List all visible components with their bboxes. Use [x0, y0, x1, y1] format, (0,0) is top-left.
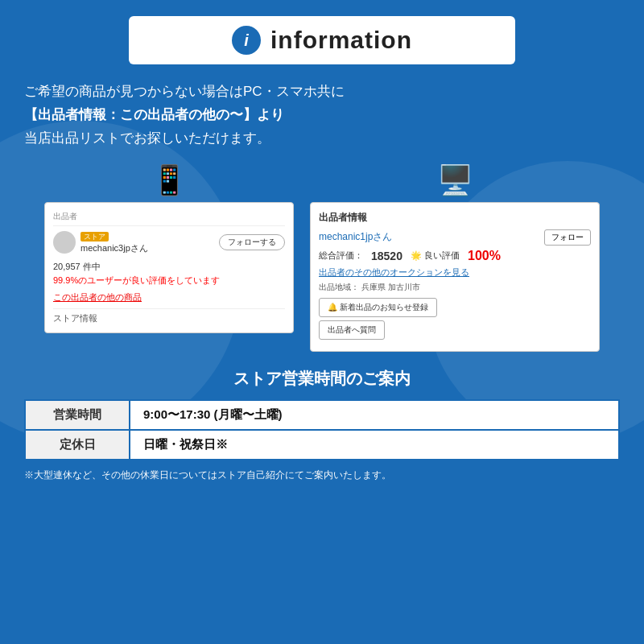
mobile-rating: 99.9%のユーザーが良い評価をしています — [53, 275, 285, 287]
desc-line2: 【出品者情報：この出品者の他の〜】より — [24, 107, 284, 122]
pc-follow-button[interactable]: フォロー — [544, 229, 591, 246]
pc-section-label: 出品者情報 — [319, 211, 591, 225]
mobile-count: 20,957 件中 — [53, 261, 285, 273]
screenshots-row: 📱 出品者 ストア mechanic3jpさん フォローする 20,957 件中… — [24, 163, 620, 352]
pc-device-icon: 🖥️ — [437, 163, 473, 197]
mobile-device-icon: 📱 — [151, 163, 188, 197]
main-description: ご希望の商品が見つからない場合はPC・スマホ共に 【出品者情報：この出品者の他の… — [24, 80, 620, 151]
mobile-seller-details: ストア mechanic3jpさん — [80, 231, 148, 254]
header-box: i information — [129, 16, 515, 64]
mobile-store-info: ストア情報 — [53, 308, 285, 324]
pc-screenshot: 出品者情報 mechanic1jpさん フォロー 総合評価： 18520 🌟 良… — [310, 202, 600, 352]
pc-auction-link[interactable]: 出品者のその他のオークションを見る — [319, 266, 591, 279]
page-title: information — [270, 27, 412, 54]
store-hours-note: ※大型連休など、その他の休業日についてはストア自己紹介にてご案内いたします。 — [24, 469, 620, 482]
pc-question-btn[interactable]: 出品者へ質問 — [319, 320, 385, 340]
store-hours-title: ストア営業時間のご案内 — [24, 368, 620, 390]
pc-location-label: 出品地域： — [319, 283, 359, 291]
store-hours-section: ストア営業時間のご案内 営業時間 9:00〜17:30 (月曜〜土曜) 定休日 … — [24, 368, 620, 482]
mobile-store-badge: ストア — [80, 232, 109, 242]
mobile-section-label: 出品者 — [53, 211, 285, 226]
pc-seller-row: mechanic1jpさん フォロー — [319, 229, 591, 246]
hours-table: 営業時間 9:00〜17:30 (月曜〜土曜) 定休日 日曜・祝祭日※ — [24, 399, 620, 460]
pc-good-label: 🌟 良い評価 — [411, 250, 460, 262]
main-container: i information ご希望の商品が見つからない場合はPC・スマホ共に 【… — [0, 0, 644, 498]
pc-total-num: 18520 — [371, 250, 402, 262]
mobile-follow-button[interactable]: フォローする — [219, 234, 285, 250]
table-row: 定休日 日曜・祝祭日※ — [25, 430, 619, 460]
hours-label-2: 定休日 — [25, 430, 130, 460]
mobile-seller-row: ストア mechanic3jpさん フォローする — [53, 231, 285, 254]
mobile-seller-name: mechanic3jpさん — [80, 243, 148, 253]
hours-value-2: 日曜・祝祭日※ — [130, 430, 619, 460]
pc-screenshot-wrapper: 🖥️ 出品者情報 mechanic1jpさん フォロー 総合評価： 18520 … — [310, 163, 600, 352]
hours-label-1: 営業時間 — [25, 400, 130, 430]
hours-value-1: 9:00〜17:30 (月曜〜土曜) — [130, 400, 619, 430]
desc-line1: ご希望の商品が見つからない場合はPC・スマホ共に — [24, 84, 345, 99]
mobile-screenshot: 出品者 ストア mechanic3jpさん フォローする 20,957 件中 9… — [44, 202, 294, 333]
mobile-avatar — [53, 231, 76, 254]
mobile-seller-info: ストア mechanic3jpさん — [53, 231, 219, 254]
table-row: 営業時間 9:00〜17:30 (月曜〜土曜) — [25, 400, 619, 430]
pc-rating-row: 総合評価： 18520 🌟 良い評価 100% — [319, 249, 591, 263]
pc-location-value: 兵庫県 加古川市 — [361, 283, 420, 291]
pc-new-item-btn[interactable]: 🔔 新着出品のお知らせ登録 — [319, 298, 437, 317]
pc-total-label: 総合評価： — [319, 250, 363, 262]
pc-location: 出品地域： 兵庫県 加古川市 — [319, 282, 591, 293]
desc-line3: 当店出品リストでお探しいただけます。 — [24, 130, 270, 146]
mobile-other-link[interactable]: この出品者の他の商品 — [53, 291, 285, 303]
pc-seller-name: mechanic1jpさん — [319, 230, 392, 244]
pc-good-pct: 100% — [468, 249, 501, 263]
mobile-screenshot-wrapper: 📱 出品者 ストア mechanic3jpさん フォローする 20,957 件中… — [44, 163, 294, 333]
info-icon: i — [232, 26, 261, 55]
